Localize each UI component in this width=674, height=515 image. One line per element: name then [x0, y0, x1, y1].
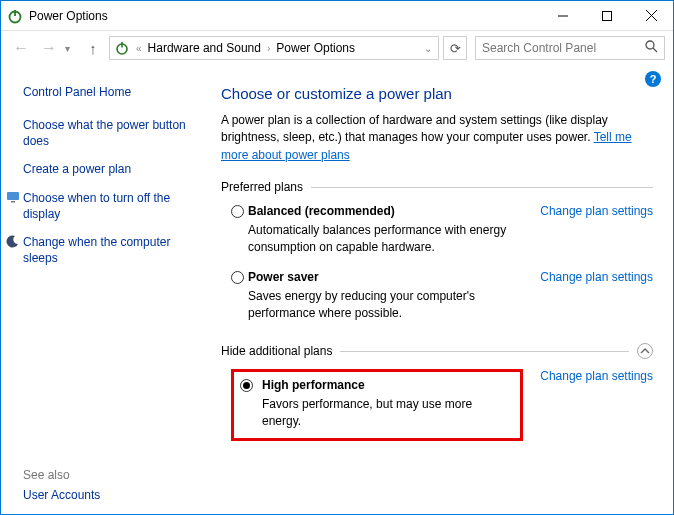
svg-rect-11 — [11, 201, 15, 203]
plan-row-high: High performance Favors performance, but… — [221, 369, 653, 455]
link-computer-sleeps[interactable]: Change when the computer sleeps — [5, 234, 201, 266]
change-plan-settings-high[interactable]: Change plan settings — [540, 369, 653, 383]
plan-high-performance: High performance Favors performance, but… — [231, 369, 523, 441]
sidebar-link-label: Choose when to turn off the display — [23, 190, 201, 222]
group-label: Hide additional plans — [221, 344, 332, 358]
plan-name-balanced: Balanced (recommended) — [248, 204, 540, 218]
plan-name-saver: Power saver — [248, 270, 540, 284]
preferred-plans-header: Preferred plans — [221, 180, 653, 194]
sidebar-link-label: Change when the computer sleeps — [23, 234, 201, 266]
svg-rect-1 — [14, 10, 16, 16]
refresh-button[interactable]: ⟳ — [443, 36, 467, 60]
breadcrumb-sep: « — [136, 43, 142, 54]
titlebar: Power Options — [1, 1, 673, 31]
change-plan-settings-balanced[interactable]: Change plan settings — [540, 204, 653, 218]
svg-line-9 — [653, 48, 657, 52]
user-accounts-link[interactable]: User Accounts — [23, 488, 100, 502]
moon-icon — [5, 234, 21, 266]
power-options-icon — [7, 8, 23, 24]
content-area: ? Control Panel Home Choose what the pow… — [1, 65, 673, 514]
plan-saver: Power saver Saves energy by reducing you… — [221, 270, 540, 322]
svg-rect-10 — [7, 192, 19, 200]
plan-row-saver: Power saver Saves energy by reducing you… — [221, 270, 653, 336]
chevron-right-icon[interactable]: › — [267, 43, 270, 54]
minimize-button[interactable] — [541, 1, 585, 30]
breadcrumb-seg-2[interactable]: Power Options — [276, 41, 355, 55]
plan-row-balanced: Balanced (recommended) Automatically bal… — [221, 204, 653, 270]
up-button[interactable]: ↑ — [81, 36, 105, 60]
divider — [340, 351, 629, 352]
monitor-icon — [5, 190, 21, 222]
sidebar-link-label: Create a power plan — [23, 161, 131, 177]
sidebar: Control Panel Home Choose what the power… — [1, 65, 211, 514]
sidebar-link-label: Choose what the power button does — [23, 117, 201, 149]
radio-balanced[interactable] — [231, 205, 244, 218]
hide-additional-plans-header: Hide additional plans — [221, 343, 653, 359]
plan-balanced: Balanced (recommended) Automatically bal… — [221, 204, 540, 256]
search-icon[interactable] — [645, 40, 658, 56]
divider — [311, 187, 653, 188]
desc-text: A power plan is a collection of hardware… — [221, 113, 608, 144]
link-power-button-does[interactable]: Choose what the power button does — [23, 117, 201, 149]
svg-rect-7 — [121, 42, 123, 48]
power-options-window: Power Options ← → ▾ ↑ « Hardware and Sou… — [0, 0, 674, 515]
plan-desc-high: Favors performance, but may use more ene… — [262, 396, 514, 430]
maximize-button[interactable] — [585, 1, 629, 30]
control-panel-icon — [114, 40, 130, 56]
search-input[interactable]: Search Control Panel — [475, 36, 665, 60]
link-turn-off-display[interactable]: Choose when to turn off the display — [5, 190, 201, 222]
plan-name-high: High performance — [262, 378, 514, 392]
breadcrumb-seg-1[interactable]: Hardware and Sound — [148, 41, 261, 55]
radio-saver[interactable] — [231, 271, 244, 284]
window-title: Power Options — [29, 9, 541, 23]
back-button[interactable]: ← — [9, 36, 33, 60]
recent-locations-button[interactable]: ▾ — [65, 43, 77, 54]
group-label: Preferred plans — [221, 180, 303, 194]
svg-rect-3 — [603, 11, 612, 20]
forward-button[interactable]: → — [37, 36, 61, 60]
search-placeholder: Search Control Panel — [482, 41, 596, 55]
control-panel-home-link[interactable]: Control Panel Home — [23, 85, 201, 99]
see-also-label: See also — [23, 468, 70, 482]
address-bar[interactable]: « Hardware and Sound › Power Options ⌄ — [109, 36, 439, 60]
page-title: Choose or customize a power plan — [221, 85, 653, 102]
close-button[interactable] — [629, 1, 673, 30]
link-create-power-plan[interactable]: Create a power plan — [23, 161, 201, 177]
main-pane: Choose or customize a power plan A power… — [211, 65, 673, 514]
change-plan-settings-saver[interactable]: Change plan settings — [540, 270, 653, 284]
plan-desc-balanced: Automatically balances performance with … — [248, 222, 540, 256]
svg-point-8 — [646, 41, 654, 49]
page-description: A power plan is a collection of hardware… — [221, 112, 653, 164]
nav-row: ← → ▾ ↑ « Hardware and Sound › Power Opt… — [1, 31, 673, 65]
collapse-additional-button[interactable] — [637, 343, 653, 359]
plan-desc-saver: Saves energy by reducing your computer's… — [248, 288, 540, 322]
radio-high-performance[interactable] — [240, 379, 253, 392]
address-dropdown-button[interactable]: ⌄ — [424, 43, 432, 54]
